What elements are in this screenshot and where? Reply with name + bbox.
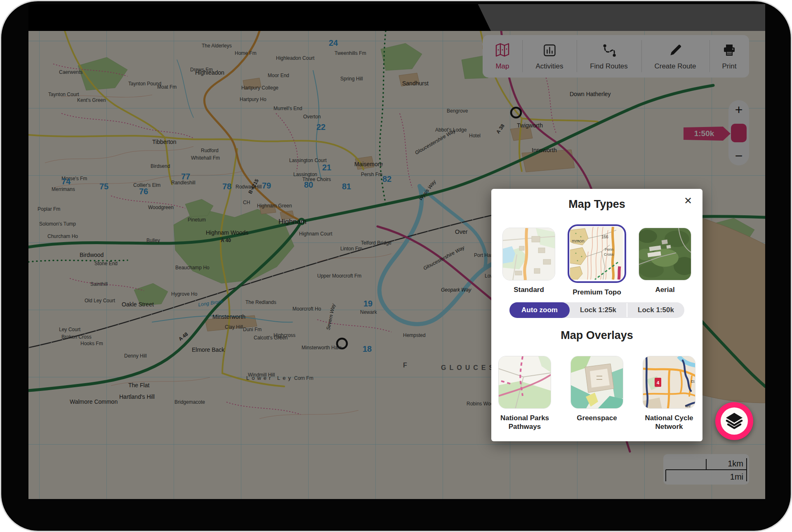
aerial-thumbnail xyxy=(639,228,691,280)
dialog-title: Map Types xyxy=(491,198,702,211)
overlay-national-cycle-network-label: National Cycle Network xyxy=(638,414,700,431)
thumb-text: Penn xyxy=(605,247,613,252)
thumb-text: 4 xyxy=(657,380,660,385)
zoom-lock-25k[interactable]: Lock 1:25k xyxy=(570,302,627,318)
overlays-title: Map Overlays xyxy=(491,329,702,342)
map-type-standard-label: Standard xyxy=(514,286,544,294)
standard-thumbnail xyxy=(502,228,555,280)
layers-fab-button[interactable] xyxy=(715,402,753,440)
tablet-device-frame: CaerwentsKent's GreenTaynton PoundTaynto… xyxy=(0,0,792,532)
national-parks-pathways-thumbnail xyxy=(498,356,551,409)
overlay-national-cycle-network[interactable]: 4 Et Wir National Cycle Network xyxy=(638,356,700,431)
overlay-greenspace-label: Greenspace xyxy=(577,414,617,423)
overlay-national-parks-pathways[interactable]: National Parks Pathways xyxy=(494,356,556,431)
map-type-standard[interactable]: Standard xyxy=(502,224,555,294)
map-type-premium-topo-label: Premium Topo xyxy=(573,288,621,297)
map-type-cards: Standard xyxy=(491,224,702,297)
map-type-aerial-label: Aerial xyxy=(655,286,674,294)
thumb-text: Cross xyxy=(604,252,614,257)
thumb-text: Wir xyxy=(685,404,691,408)
greenspace-thumbnail xyxy=(570,356,623,409)
overlay-greenspace[interactable]: Greenspace xyxy=(570,356,623,423)
map-types-dialog: ✕ Map Types xyxy=(491,189,702,441)
bezel-wedge xyxy=(28,4,491,31)
zoom-lock-auto[interactable]: Auto zoom xyxy=(509,302,570,318)
thumb-text: Et xyxy=(691,379,695,384)
overlay-cards: National Parks Pathways xyxy=(491,356,702,431)
map-type-aerial[interactable]: Aerial xyxy=(639,224,691,294)
thumb-text: mmon xyxy=(572,238,585,243)
premium-topo-thumbnail: mmon 166 Penn Cross xyxy=(568,224,626,283)
overlay-national-parks-pathways-label: National Parks Pathways xyxy=(494,414,556,431)
layers-icon xyxy=(721,407,748,435)
zoom-lock-50k[interactable]: Lock 1:50k xyxy=(627,302,684,318)
thumb-text: 166 xyxy=(601,235,608,239)
app-screen: CaerwentsKent's GreenTaynton PoundTaynto… xyxy=(28,4,765,499)
map-type-premium-topo[interactable]: mmon 166 Penn Cross Premium Topo xyxy=(568,224,626,297)
zoom-lock-segmented-control: Auto zoom Lock 1:25k Lock 1:50k xyxy=(509,302,684,318)
screenshot-stage: CaerwentsKent's GreenTaynton PoundTaynto… xyxy=(0,0,792,532)
national-cycle-network-thumbnail: 4 Et Wir xyxy=(643,356,695,409)
